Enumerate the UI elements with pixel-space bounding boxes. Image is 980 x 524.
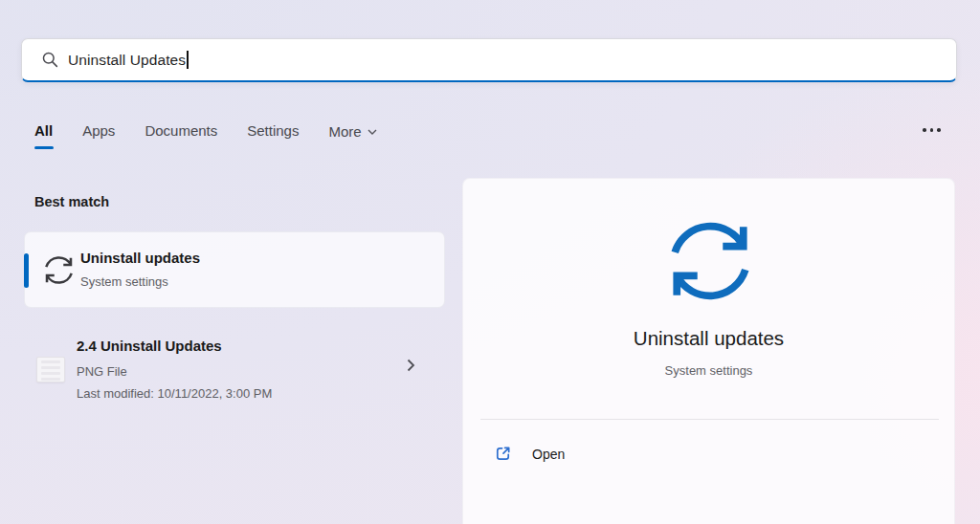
- result-type: PNG File: [77, 364, 127, 379]
- tab-label: Settings: [247, 122, 299, 139]
- tab-apps[interactable]: Apps: [82, 122, 115, 142]
- tab-more[interactable]: More: [328, 121, 376, 143]
- sync-icon: [43, 254, 75, 286]
- tab-label: All: [34, 122, 53, 139]
- chevron-down-icon: [368, 121, 377, 138]
- search-filter-tabs: All Apps Documents Settings More: [34, 121, 377, 143]
- open-label: Open: [532, 447, 565, 462]
- search-input-value[interactable]: Uninstall Updates: [68, 52, 186, 69]
- sync-icon-large: [666, 217, 754, 305]
- png-thumbnail: [36, 357, 65, 382]
- open-action[interactable]: Open: [494, 445, 565, 463]
- preview-panel: Uninstall updates System settings Open: [462, 178, 955, 524]
- tab-label: Apps: [82, 122, 115, 139]
- result-title: Uninstall updates: [80, 250, 200, 266]
- tab-label: More: [328, 123, 361, 140]
- preview-title: Uninstall updates: [463, 327, 954, 350]
- active-tab-indicator: [34, 146, 54, 149]
- open-external-icon: [494, 445, 512, 463]
- text-caret: [187, 51, 189, 69]
- selection-accent-bar: [24, 253, 29, 288]
- result-subtitle: System settings: [80, 274, 168, 289]
- search-bar[interactable]: Uninstall Updates: [21, 38, 957, 82]
- tab-settings[interactable]: Settings: [247, 122, 299, 142]
- search-icon: [41, 51, 59, 69]
- preview-subtitle: System settings: [463, 363, 954, 378]
- more-options-icon[interactable]: [923, 125, 941, 135]
- best-match-heading: Best match: [34, 194, 109, 209]
- tab-label: Documents: [145, 122, 217, 139]
- result-modified: Last modified: 10/11/2022, 3:00 PM: [77, 386, 272, 401]
- tab-all[interactable]: All: [34, 122, 53, 142]
- best-match-result[interactable]: Uninstall updates System settings: [24, 231, 445, 308]
- chevron-right-icon[interactable]: [407, 359, 415, 372]
- divider: [480, 419, 939, 420]
- file-result[interactable]: 2.4 Uninstall Updates PNG File Last modi…: [24, 330, 445, 406]
- tab-documents[interactable]: Documents: [145, 122, 217, 142]
- result-title: 2.4 Uninstall Updates: [77, 338, 222, 354]
